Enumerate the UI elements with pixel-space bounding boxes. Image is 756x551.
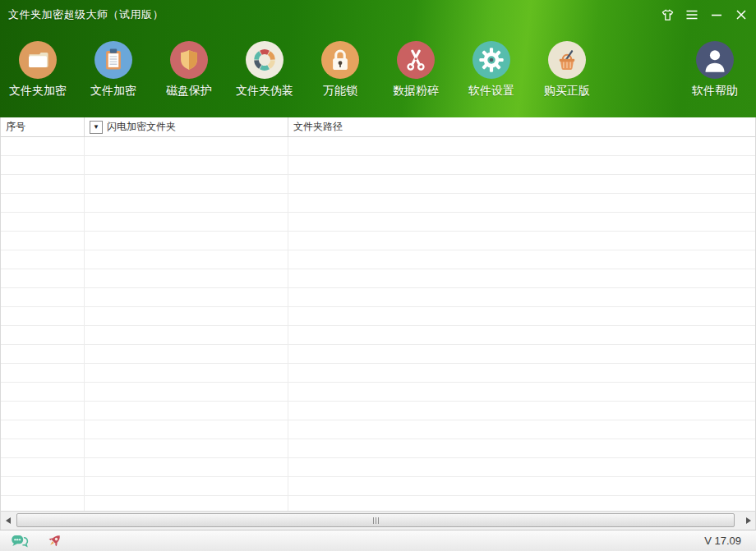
table-row[interactable] [1, 345, 755, 364]
lock-icon [321, 41, 359, 79]
table-row[interactable] [1, 383, 755, 402]
filter-dropdown-icon[interactable]: ▼ [90, 121, 103, 134]
toolbar-button-label: 软件帮助 [692, 84, 738, 99]
table-cell [1, 175, 85, 193]
table-cell [288, 383, 755, 401]
table-row[interactable] [1, 307, 755, 326]
table-cell [85, 402, 288, 420]
table-row[interactable] [1, 496, 755, 511]
version-label: V 17.09 [704, 535, 741, 547]
app-window: 文件夹加密超级大师（试用版） [0, 0, 756, 551]
table-row[interactable] [1, 477, 755, 496]
gear-icon [472, 41, 510, 79]
table-cell [85, 383, 288, 401]
column-header-folder-path: 文件夹路径 [288, 117, 755, 136]
close-button[interactable] [731, 5, 751, 25]
toolbar-button-settings[interactable]: 软件设置 [454, 30, 529, 99]
toolbar-button-data-shred[interactable]: 数据粉碎 [378, 30, 454, 99]
rocket-icon [44, 531, 64, 551]
table-row[interactable] [1, 269, 755, 288]
table-cell [1, 250, 85, 269]
table-cell [288, 496, 755, 511]
toolbar-button-disk-protect[interactable]: 磁盘保护 [151, 30, 227, 99]
toolbar-button-label: 万能锁 [323, 84, 357, 99]
boost-rocket-button[interactable] [44, 532, 64, 550]
table-row[interactable] [1, 288, 755, 307]
table-cell [1, 477, 85, 495]
table-cell [85, 364, 288, 382]
table-cell [85, 420, 288, 439]
table-cell [85, 345, 288, 363]
basket-icon [548, 41, 586, 79]
table-row[interactable] [1, 364, 755, 383]
scissors-icon [397, 41, 435, 79]
table-row[interactable] [1, 458, 755, 477]
table-cell [1, 213, 85, 231]
feedback-chat-button[interactable] [10, 532, 30, 550]
table-cell [288, 156, 755, 174]
main-menu-button[interactable] [682, 5, 702, 25]
table-cell [1, 439, 85, 457]
table-cell [85, 496, 288, 511]
table-cell [288, 250, 755, 269]
table-cell [85, 175, 288, 193]
table-body [0, 137, 756, 511]
titlebar: 文件夹加密超级大师（试用版） [0, 0, 756, 30]
toolbar-button-buy-license[interactable]: 购买正版 [529, 30, 605, 99]
table-cell [1, 288, 85, 306]
table-cell [288, 420, 755, 439]
scroll-left-button[interactable] [1, 512, 15, 530]
table-cell [85, 137, 288, 155]
column-header-index: 序号 [1, 117, 85, 136]
table-cell [288, 232, 755, 250]
table-cell [1, 383, 85, 401]
minimize-button[interactable] [707, 5, 726, 25]
table-row[interactable] [1, 156, 755, 175]
column-header-label: 闪电加密文件夹 [107, 120, 176, 134]
table-cell [1, 194, 85, 212]
table-cell [288, 213, 755, 231]
scrollbar-thumb[interactable] [16, 513, 735, 527]
table-cell [1, 458, 85, 476]
toolbar-button-label: 文件加密 [90, 84, 136, 99]
hamburger-icon [685, 7, 699, 22]
table-row[interactable] [1, 250, 755, 269]
table-cell [1, 364, 85, 382]
scroll-left-icon [6, 517, 11, 524]
toolbar-button-folder-encrypt[interactable]: 文件夹加密 [0, 30, 76, 99]
table-row[interactable] [1, 326, 755, 345]
table-cell [1, 496, 85, 511]
toolbar-button-file-encrypt[interactable]: 文件加密 [76, 30, 151, 99]
table-row[interactable] [1, 439, 755, 458]
color-ring-icon [246, 41, 284, 79]
toolbar-button-folder-disguise[interactable]: 文件夹伪装 [227, 30, 302, 99]
filter-glyph: ▼ [93, 124, 99, 131]
table-cell [85, 477, 288, 495]
table-cell [288, 288, 755, 306]
table-row[interactable] [1, 402, 755, 420]
table-cell [1, 269, 85, 287]
toolbar-button-label: 磁盘保护 [166, 84, 212, 99]
table-cell [1, 156, 85, 174]
table-cell [288, 364, 755, 382]
table-cell [288, 402, 755, 420]
table-cell [85, 194, 288, 212]
scroll-right-button[interactable] [741, 512, 755, 530]
table-row[interactable] [1, 175, 755, 194]
table-row[interactable] [1, 137, 755, 156]
clipboard-icon [94, 41, 132, 79]
table-cell [85, 326, 288, 344]
statusbar: V 17.09 [0, 530, 756, 551]
table-cell [1, 402, 85, 420]
table-row[interactable] [1, 213, 755, 232]
table-row[interactable] [1, 194, 755, 213]
horizontal-scrollbar[interactable] [0, 511, 756, 530]
table-header: 序号 ▼ 闪电加密文件夹 文件夹路径 [0, 117, 756, 137]
toolbar-button-label: 数据粉碎 [393, 84, 439, 99]
toolbar-button-help[interactable]: 软件帮助 [680, 30, 749, 99]
table-row[interactable] [1, 420, 755, 439]
toolbar-button-universal-lock[interactable]: 万能锁 [302, 30, 378, 99]
table-row[interactable] [1, 232, 755, 250]
skin-button[interactable] [657, 5, 677, 25]
column-header-encrypted-folder: ▼ 闪电加密文件夹 [85, 117, 288, 136]
